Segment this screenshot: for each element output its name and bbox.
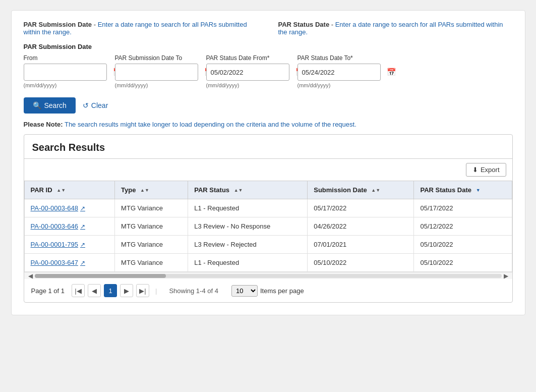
cell-type: MTG Variance	[115, 236, 188, 254]
status-from-wrapper: 📅	[206, 64, 289, 81]
external-link-icon: ↗	[80, 223, 85, 230]
col-submission-date[interactable]: Submission Date ▲▼	[308, 181, 414, 199]
cell-submission-date: 05/17/2022	[308, 199, 414, 217]
cell-par-status-date: 05/10/2022	[414, 236, 512, 254]
par-id-link[interactable]: PA-00-0003-647↗	[31, 259, 109, 266]
cell-par-id: PA-00-0001-795↗	[24, 236, 115, 254]
par-id-link[interactable]: PA-00-0003-646↗	[31, 222, 109, 230]
submission-from-group: From 📅 (mm/dd/yyyy)	[24, 54, 107, 88]
type-sort-icon: ▲▼	[140, 188, 149, 193]
cell-par-status: L1 - Requested	[188, 199, 308, 217]
last-page-button[interactable]: ▶|	[136, 284, 149, 297]
items-per-page-wrapper: 10 20 50 100 Items per page	[231, 285, 304, 297]
clear-button[interactable]: ↺ Clear	[83, 101, 108, 109]
page-info: Page 1 of 1	[31, 287, 65, 295]
pagination-divider: |	[155, 287, 157, 295]
results-title: Search Results	[32, 142, 504, 153]
table-row: PA-00-0003-646↗MTG VarianceL3 Review - N…	[24, 217, 512, 236]
table-row: PA-00-0003-648↗MTG VarianceL1 - Requeste…	[24, 199, 512, 217]
cell-type: MTG Variance	[115, 254, 188, 272]
submission-from-input[interactable]	[28, 69, 113, 76]
status-description: PAR Status Date - Enter a date range to …	[278, 21, 513, 36]
scrollbar-thumb[interactable]	[35, 274, 166, 278]
submission-to-group: PAR Submission Date To 📅 (mm/dd/yyyy)	[115, 54, 198, 88]
submission-from-hint: (mm/dd/yyyy)	[24, 82, 107, 88]
table-row: PA-00-0003-647↗MTG VarianceL1 - Requeste…	[24, 254, 512, 272]
cell-par-status-date: 05/12/2022	[414, 217, 512, 236]
submission-date-sort-icon: ▲▼	[371, 188, 380, 193]
status-from-input[interactable]	[211, 69, 295, 76]
cell-par-id: PA-00-0003-646↗	[24, 217, 115, 236]
par-id-link[interactable]: PA-00-0003-648↗	[31, 204, 109, 212]
export-button[interactable]: ⬇ Export	[466, 163, 506, 177]
external-link-icon: ↗	[80, 259, 85, 266]
par-id-link[interactable]: PA-00-0001-795↗	[31, 241, 109, 248]
next-page-button[interactable]: ▶	[120, 284, 133, 297]
status-from-group: PAR Status Date From* 📅 (mm/dd/yyyy)	[206, 54, 289, 88]
cell-par-id: PA-00-0003-647↗	[24, 254, 115, 272]
page-container: PAR Submission Date - Enter a date range…	[11, 10, 525, 315]
submission-section-label: PAR Submission Date	[24, 43, 513, 50]
search-button[interactable]: 🔍 Search	[24, 97, 76, 114]
col-type[interactable]: Type ▲▼	[115, 181, 188, 199]
status-to-label: PAR Status Date To*	[297, 54, 381, 62]
table-row: PA-00-0001-795↗MTG VarianceL3 Review - R…	[24, 236, 512, 254]
status-to-hint: (mm/dd/yyyy)	[297, 82, 381, 88]
submission-description: PAR Submission Date - Enter a date range…	[24, 21, 258, 36]
cell-par-status-date: 05/10/2022	[414, 254, 512, 272]
par-id-sort-icon: ▲▼	[56, 188, 66, 193]
submission-desc-text: PAR Submission Date - Enter a date range…	[24, 21, 247, 36]
refresh-icon: ↺	[83, 101, 89, 109]
results-header: Search Results	[24, 135, 512, 159]
external-link-icon: ↗	[80, 241, 85, 248]
submission-to-wrapper: 📅	[115, 64, 198, 81]
horizontal-scrollbar[interactable]: ◀ ▶	[24, 272, 512, 279]
col-par-status[interactable]: PAR Status ▲▼	[188, 181, 308, 199]
submission-from-label: From	[24, 54, 107, 62]
search-icon: 🔍	[33, 101, 41, 109]
prev-page-button[interactable]: ◀	[88, 284, 101, 297]
results-container: Search Results ⬇ Export PAR ID ▲▼ Type ▲…	[24, 134, 513, 303]
scroll-left-arrow[interactable]: ◀	[26, 272, 35, 279]
download-icon: ⬇	[472, 166, 478, 174]
status-from-hint: (mm/dd/yyyy)	[206, 82, 289, 88]
search-label: Search	[44, 101, 67, 109]
par-status-date-sort-icon: ▼	[476, 188, 481, 193]
scroll-right-arrow[interactable]: ▶	[502, 272, 510, 279]
external-link-icon: ↗	[80, 205, 85, 212]
cell-par-status: L3 Review - No Response	[188, 217, 308, 236]
col-par-id[interactable]: PAR ID ▲▼	[24, 181, 115, 199]
note-row: Please Note: The search results might ta…	[24, 121, 513, 128]
cell-par-status: L1 - Requested	[188, 254, 308, 272]
export-row: ⬇ Export	[24, 159, 512, 181]
status-to-group: PAR Status Date To* 📅 (mm/dd/yyyy)	[297, 54, 381, 88]
par-status-sort-icon: ▲▼	[234, 188, 243, 193]
status-desc-text: PAR Status Date - Enter a date range to …	[278, 21, 503, 36]
status-from-label: PAR Status Date From*	[206, 54, 289, 62]
status-to-input[interactable]	[302, 69, 387, 76]
export-label: Export	[481, 166, 500, 174]
cell-par-status: L3 Review - Rejected	[188, 236, 308, 254]
pagination-row: Page 1 of 1 |◀ ◀ 1 ▶ ▶| | Showing 1-4 of…	[24, 279, 512, 302]
results-table: PAR ID ▲▼ Type ▲▼ PAR Status ▲▼ Submissi…	[24, 181, 512, 272]
status-to-calendar-icon[interactable]: 📅	[387, 68, 396, 77]
cell-type: MTG Variance	[115, 199, 188, 217]
date-fields-row: From 📅 (mm/dd/yyyy) PAR Submission Date …	[24, 54, 513, 88]
status-to-wrapper: 📅	[297, 64, 381, 81]
scrollbar-track	[35, 274, 502, 278]
submission-to-input[interactable]	[120, 69, 204, 76]
buttons-row: 🔍 Search ↺ Clear	[24, 97, 513, 114]
cell-submission-date: 04/26/2022	[308, 217, 414, 236]
cell-submission-date: 07/01/2021	[308, 236, 414, 254]
cell-par-status-date: 05/17/2022	[414, 199, 512, 217]
items-per-page-select[interactable]: 10 20 50 100	[231, 285, 258, 297]
first-page-button[interactable]: |◀	[72, 284, 85, 297]
note-prefix: Please Note:	[24, 121, 63, 128]
cell-type: MTG Variance	[115, 217, 188, 236]
col-par-status-date[interactable]: PAR Status Date ▼	[414, 181, 512, 199]
submission-from-wrapper: 📅	[24, 64, 107, 81]
showing-info: Showing 1-4 of 4	[169, 287, 218, 295]
current-page-button[interactable]: 1	[104, 284, 117, 297]
cell-par-id: PA-00-0003-648↗	[24, 199, 115, 217]
note-text: The search results might take longer to …	[65, 121, 356, 128]
